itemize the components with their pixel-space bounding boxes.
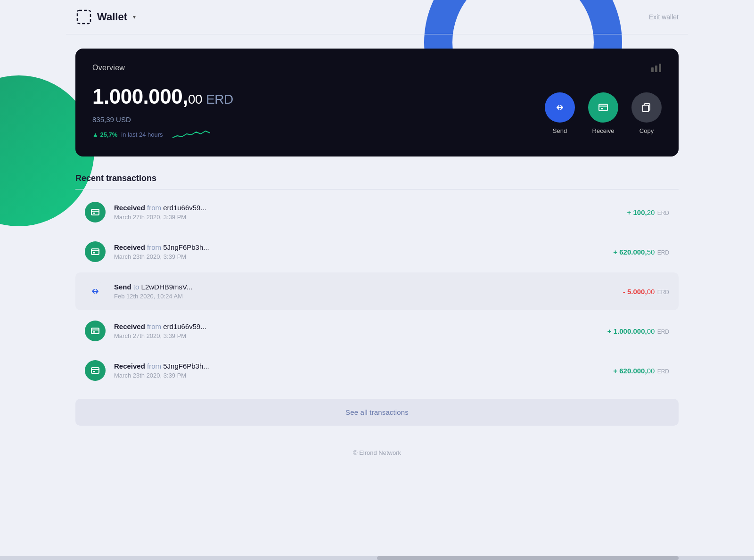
tx-direction: from <box>147 362 163 370</box>
receive-button-circle[interactable] <box>588 92 618 123</box>
tx-amount: + 1.000.000,00 ERD <box>607 327 669 335</box>
tx-type: Received <box>114 204 145 212</box>
receive-action[interactable]: Receive <box>588 92 618 134</box>
amount-decimal: 00 <box>647 288 655 296</box>
overview-card: Overview 1.000.000,00ERD 835,39 USD ▲ <box>75 49 679 156</box>
erd-label: ERD <box>656 368 669 375</box>
tx-title: Send to L2wDHB9msV... <box>114 283 623 291</box>
amount-main: + 100, <box>627 208 647 216</box>
bottom-scrollbar[interactable] <box>0 556 754 560</box>
overview-header: Overview <box>92 64 662 72</box>
transactions-list: Received from erd1u66v59... March 27th 2… <box>75 193 679 389</box>
svg-rect-7 <box>643 105 648 112</box>
tx-icon <box>85 360 106 381</box>
transaction-item[interactable]: Received from 5JngF6Pb3h... March 23th 2… <box>75 233 679 271</box>
erd-label: ERD <box>656 210 669 216</box>
tx-type: Received <box>114 362 145 370</box>
scrollbar-thumb[interactable] <box>377 556 679 560</box>
tx-icon <box>85 241 106 262</box>
tx-info: Send to L2wDHB9msV... Feb 12th 2020, 10:… <box>114 283 623 300</box>
balance-display: 1.000.000,00ERD <box>92 85 233 108</box>
svg-rect-1 <box>651 67 654 72</box>
amount-main: - 5.000, <box>623 288 647 296</box>
copy-button-circle[interactable] <box>631 92 662 123</box>
tx-date: March 23th 2020, 3:39 PM <box>114 372 613 379</box>
tx-date: March 27th 2020, 3:39 PM <box>114 214 627 221</box>
transaction-item[interactable]: Received from erd1u66v59... March 27th 2… <box>75 312 679 350</box>
tx-type: Received <box>114 243 145 251</box>
header: Wallet ▾ Exit wallet <box>0 0 754 34</box>
tx-address: 5JngF6Pb3h... <box>163 362 209 370</box>
tx-type: Send <box>114 283 131 291</box>
amount-decimal: 20 <box>647 208 655 216</box>
tx-direction: from <box>147 243 163 251</box>
svg-rect-4 <box>599 104 607 111</box>
tx-title: Received from erd1u66v59... <box>114 322 607 330</box>
balance-main: 1.000.000, <box>92 85 188 108</box>
amount-decimal: 00 <box>647 367 655 375</box>
svg-rect-14 <box>93 331 95 333</box>
tx-address: erd1u66v59... <box>163 204 206 212</box>
transaction-item[interactable]: Received from erd1u66v59... March 27th 2… <box>75 193 679 231</box>
svg-rect-0 <box>77 10 90 24</box>
svg-rect-3 <box>659 64 661 72</box>
exit-wallet-button[interactable]: Exit wallet <box>649 13 679 21</box>
balance-amount: 1.000.000,00ERD <box>92 85 233 108</box>
balance-usd: 835,39 USD <box>92 115 233 124</box>
svg-rect-11 <box>91 249 99 255</box>
amount-main: + 620.000, <box>613 367 647 375</box>
svg-rect-5 <box>601 108 603 109</box>
transactions-divider <box>75 189 679 189</box>
balance-row: 1.000.000,00ERD 835,39 USD ▲ 25,7% in la… <box>92 85 662 141</box>
change-percent: ▲ 25,7% <box>92 131 117 138</box>
section-title: Recent transactions <box>75 173 679 183</box>
wallet-title: Wallet <box>97 11 127 23</box>
footer-text: © Elrond Network <box>353 449 401 456</box>
svg-rect-13 <box>91 328 99 334</box>
amount-decimal: 00 <box>647 327 655 335</box>
tx-amount: + 100,20 ERD <box>627 208 669 216</box>
tx-address: erd1u66v59... <box>163 322 206 330</box>
tx-icon <box>85 281 106 302</box>
transaction-item[interactable]: Send to L2wDHB9msV... Feb 12th 2020, 10:… <box>75 272 679 310</box>
send-button-circle[interactable] <box>545 92 575 123</box>
tx-info: Received from 5JngF6Pb3h... March 23th 2… <box>114 243 613 260</box>
tx-direction: from <box>147 204 163 212</box>
tx-direction: from <box>147 322 163 330</box>
balance-decimal: 00 <box>188 92 202 107</box>
tx-address: 5JngF6Pb3h... <box>163 243 209 251</box>
tx-date: Feb 12th 2020, 10:24 AM <box>114 293 623 300</box>
dropdown-arrow-icon[interactable]: ▾ <box>133 14 136 20</box>
send-label: Send <box>553 127 567 134</box>
amount-decimal: 50 <box>647 248 655 256</box>
amount-main: + 1.000.000, <box>607 327 647 335</box>
erd-label: ERD <box>656 289 669 296</box>
svg-rect-10 <box>93 213 95 214</box>
erd-label: ERD <box>656 249 669 256</box>
erd-label: ERD <box>656 329 669 335</box>
copy-label: Copy <box>639 127 654 134</box>
svg-rect-12 <box>93 252 95 254</box>
see-all-button[interactable]: See all transactions <box>75 399 679 426</box>
tx-amount: + 620.000,50 ERD <box>613 248 669 256</box>
balance-currency: ERD <box>206 92 233 107</box>
main-content: Overview 1.000.000,00ERD 835,39 USD ▲ <box>0 34 754 440</box>
tx-icon <box>85 321 106 341</box>
tx-address: L2wDHB9msV... <box>141 283 193 291</box>
copy-action[interactable]: Copy <box>631 92 662 134</box>
tx-amount: + 620.000,00 ERD <box>613 367 669 375</box>
wallet-logo-icon <box>75 8 92 25</box>
balance-change: ▲ 25,7% in last 24 hours <box>92 127 233 141</box>
footer: © Elrond Network <box>0 440 754 466</box>
svg-rect-16 <box>93 371 95 372</box>
tx-title: Received from 5JngF6Pb3h... <box>114 243 613 251</box>
overview-title: Overview <box>92 64 125 72</box>
tx-direction: to <box>133 283 141 291</box>
tx-info: Received from 5JngF6Pb3h... March 23th 2… <box>114 362 613 379</box>
action-buttons: Send Receive <box>545 92 662 134</box>
send-action[interactable]: Send <box>545 92 575 134</box>
chart-bars-icon <box>651 64 662 72</box>
tx-icon <box>85 202 106 222</box>
transaction-item[interactable]: Received from 5JngF6Pb3h... March 23th 2… <box>75 352 679 389</box>
tx-info: Received from erd1u66v59... March 27th 2… <box>114 204 627 221</box>
